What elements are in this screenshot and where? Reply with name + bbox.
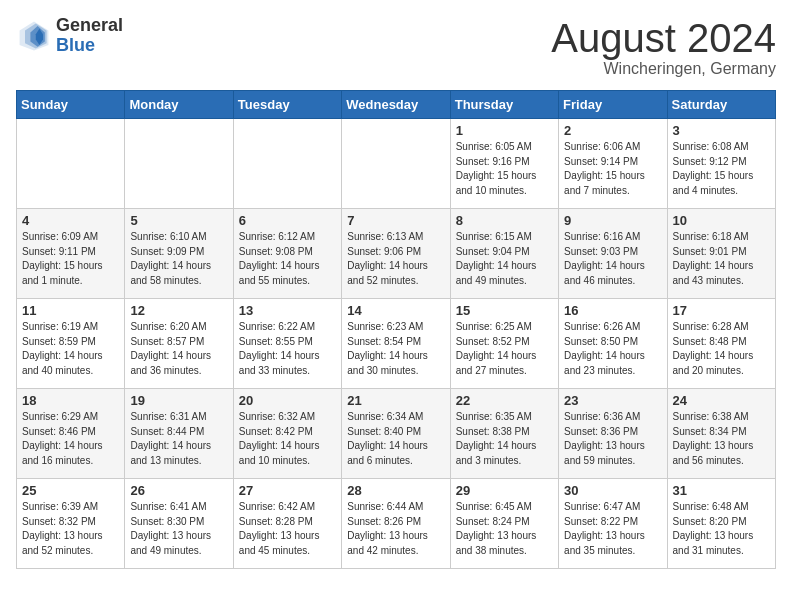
month-title: August 2024 [551, 16, 776, 60]
day-number: 31 [673, 483, 770, 498]
calendar-day-cell: 9Sunrise: 6:16 AM Sunset: 9:03 PM Daylig… [559, 209, 667, 299]
calendar-day-cell: 14Sunrise: 6:23 AM Sunset: 8:54 PM Dayli… [342, 299, 450, 389]
calendar-day-cell: 3Sunrise: 6:08 AM Sunset: 9:12 PM Daylig… [667, 119, 775, 209]
day-number: 28 [347, 483, 444, 498]
day-info: Sunrise: 6:34 AM Sunset: 8:40 PM Dayligh… [347, 410, 444, 468]
day-number: 14 [347, 303, 444, 318]
day-number: 6 [239, 213, 336, 228]
calendar-day-cell: 12Sunrise: 6:20 AM Sunset: 8:57 PM Dayli… [125, 299, 233, 389]
day-number: 1 [456, 123, 553, 138]
calendar-week-row: 1Sunrise: 6:05 AM Sunset: 9:16 PM Daylig… [17, 119, 776, 209]
calendar-day-cell: 5Sunrise: 6:10 AM Sunset: 9:09 PM Daylig… [125, 209, 233, 299]
day-number: 7 [347, 213, 444, 228]
day-info: Sunrise: 6:06 AM Sunset: 9:14 PM Dayligh… [564, 140, 661, 198]
logo-blue-text: Blue [56, 36, 123, 56]
day-number: 21 [347, 393, 444, 408]
day-info: Sunrise: 6:47 AM Sunset: 8:22 PM Dayligh… [564, 500, 661, 558]
day-info: Sunrise: 6:44 AM Sunset: 8:26 PM Dayligh… [347, 500, 444, 558]
day-info: Sunrise: 6:35 AM Sunset: 8:38 PM Dayligh… [456, 410, 553, 468]
day-info: Sunrise: 6:36 AM Sunset: 8:36 PM Dayligh… [564, 410, 661, 468]
day-info: Sunrise: 6:48 AM Sunset: 8:20 PM Dayligh… [673, 500, 770, 558]
day-info: Sunrise: 6:12 AM Sunset: 9:08 PM Dayligh… [239, 230, 336, 288]
calendar-day-cell: 4Sunrise: 6:09 AM Sunset: 9:11 PM Daylig… [17, 209, 125, 299]
calendar-day-cell: 24Sunrise: 6:38 AM Sunset: 8:34 PM Dayli… [667, 389, 775, 479]
day-info: Sunrise: 6:05 AM Sunset: 9:16 PM Dayligh… [456, 140, 553, 198]
day-info: Sunrise: 6:32 AM Sunset: 8:42 PM Dayligh… [239, 410, 336, 468]
calendar-day-cell: 30Sunrise: 6:47 AM Sunset: 8:22 PM Dayli… [559, 479, 667, 569]
calendar-day-cell: 10Sunrise: 6:18 AM Sunset: 9:01 PM Dayli… [667, 209, 775, 299]
day-info: Sunrise: 6:10 AM Sunset: 9:09 PM Dayligh… [130, 230, 227, 288]
day-info: Sunrise: 6:45 AM Sunset: 8:24 PM Dayligh… [456, 500, 553, 558]
weekday-header: Saturday [667, 91, 775, 119]
calendar-day-cell: 13Sunrise: 6:22 AM Sunset: 8:55 PM Dayli… [233, 299, 341, 389]
day-info: Sunrise: 6:26 AM Sunset: 8:50 PM Dayligh… [564, 320, 661, 378]
calendar-day-cell: 25Sunrise: 6:39 AM Sunset: 8:32 PM Dayli… [17, 479, 125, 569]
day-number: 23 [564, 393, 661, 408]
day-info: Sunrise: 6:16 AM Sunset: 9:03 PM Dayligh… [564, 230, 661, 288]
day-info: Sunrise: 6:39 AM Sunset: 8:32 PM Dayligh… [22, 500, 119, 558]
day-info: Sunrise: 6:13 AM Sunset: 9:06 PM Dayligh… [347, 230, 444, 288]
day-info: Sunrise: 6:23 AM Sunset: 8:54 PM Dayligh… [347, 320, 444, 378]
weekday-header: Sunday [17, 91, 125, 119]
calendar-day-cell: 20Sunrise: 6:32 AM Sunset: 8:42 PM Dayli… [233, 389, 341, 479]
day-number: 25 [22, 483, 119, 498]
calendar-week-row: 11Sunrise: 6:19 AM Sunset: 8:59 PM Dayli… [17, 299, 776, 389]
calendar-day-cell: 7Sunrise: 6:13 AM Sunset: 9:06 PM Daylig… [342, 209, 450, 299]
calendar-day-cell: 11Sunrise: 6:19 AM Sunset: 8:59 PM Dayli… [17, 299, 125, 389]
calendar-day-cell [233, 119, 341, 209]
day-info: Sunrise: 6:20 AM Sunset: 8:57 PM Dayligh… [130, 320, 227, 378]
day-number: 13 [239, 303, 336, 318]
calendar-day-cell: 18Sunrise: 6:29 AM Sunset: 8:46 PM Dayli… [17, 389, 125, 479]
location-text: Wincheringen, Germany [551, 60, 776, 78]
day-number: 12 [130, 303, 227, 318]
day-info: Sunrise: 6:38 AM Sunset: 8:34 PM Dayligh… [673, 410, 770, 468]
calendar-day-cell: 23Sunrise: 6:36 AM Sunset: 8:36 PM Dayli… [559, 389, 667, 479]
calendar-day-cell: 19Sunrise: 6:31 AM Sunset: 8:44 PM Dayli… [125, 389, 233, 479]
day-info: Sunrise: 6:19 AM Sunset: 8:59 PM Dayligh… [22, 320, 119, 378]
calendar-day-cell: 2Sunrise: 6:06 AM Sunset: 9:14 PM Daylig… [559, 119, 667, 209]
day-info: Sunrise: 6:28 AM Sunset: 8:48 PM Dayligh… [673, 320, 770, 378]
day-info: Sunrise: 6:18 AM Sunset: 9:01 PM Dayligh… [673, 230, 770, 288]
calendar-day-cell: 22Sunrise: 6:35 AM Sunset: 8:38 PM Dayli… [450, 389, 558, 479]
day-number: 17 [673, 303, 770, 318]
day-number: 3 [673, 123, 770, 138]
day-info: Sunrise: 6:42 AM Sunset: 8:28 PM Dayligh… [239, 500, 336, 558]
day-info: Sunrise: 6:29 AM Sunset: 8:46 PM Dayligh… [22, 410, 119, 468]
day-info: Sunrise: 6:22 AM Sunset: 8:55 PM Dayligh… [239, 320, 336, 378]
day-info: Sunrise: 6:15 AM Sunset: 9:04 PM Dayligh… [456, 230, 553, 288]
day-number: 4 [22, 213, 119, 228]
logo: General Blue [16, 16, 123, 56]
day-number: 26 [130, 483, 227, 498]
calendar-table: SundayMondayTuesdayWednesdayThursdayFrid… [16, 90, 776, 569]
calendar-week-row: 25Sunrise: 6:39 AM Sunset: 8:32 PM Dayli… [17, 479, 776, 569]
day-number: 16 [564, 303, 661, 318]
logo-icon [16, 18, 52, 54]
day-number: 2 [564, 123, 661, 138]
title-block: August 2024 Wincheringen, Germany [551, 16, 776, 78]
weekday-header: Wednesday [342, 91, 450, 119]
calendar-day-cell: 29Sunrise: 6:45 AM Sunset: 8:24 PM Dayli… [450, 479, 558, 569]
day-number: 10 [673, 213, 770, 228]
calendar-day-cell: 8Sunrise: 6:15 AM Sunset: 9:04 PM Daylig… [450, 209, 558, 299]
day-number: 9 [564, 213, 661, 228]
day-number: 8 [456, 213, 553, 228]
page-header: General Blue August 2024 Wincheringen, G… [16, 16, 776, 78]
calendar-week-row: 18Sunrise: 6:29 AM Sunset: 8:46 PM Dayli… [17, 389, 776, 479]
calendar-day-cell: 1Sunrise: 6:05 AM Sunset: 9:16 PM Daylig… [450, 119, 558, 209]
day-number: 11 [22, 303, 119, 318]
day-number: 15 [456, 303, 553, 318]
calendar-day-cell: 17Sunrise: 6:28 AM Sunset: 8:48 PM Dayli… [667, 299, 775, 389]
calendar-day-cell: 27Sunrise: 6:42 AM Sunset: 8:28 PM Dayli… [233, 479, 341, 569]
calendar-day-cell [17, 119, 125, 209]
calendar-day-cell: 31Sunrise: 6:48 AM Sunset: 8:20 PM Dayli… [667, 479, 775, 569]
calendar-day-cell: 6Sunrise: 6:12 AM Sunset: 9:08 PM Daylig… [233, 209, 341, 299]
day-info: Sunrise: 6:09 AM Sunset: 9:11 PM Dayligh… [22, 230, 119, 288]
calendar-day-cell: 16Sunrise: 6:26 AM Sunset: 8:50 PM Dayli… [559, 299, 667, 389]
calendar-day-cell: 21Sunrise: 6:34 AM Sunset: 8:40 PM Dayli… [342, 389, 450, 479]
day-number: 5 [130, 213, 227, 228]
day-number: 20 [239, 393, 336, 408]
weekday-header: Thursday [450, 91, 558, 119]
weekday-header: Monday [125, 91, 233, 119]
weekday-header-row: SundayMondayTuesdayWednesdayThursdayFrid… [17, 91, 776, 119]
calendar-day-cell [342, 119, 450, 209]
